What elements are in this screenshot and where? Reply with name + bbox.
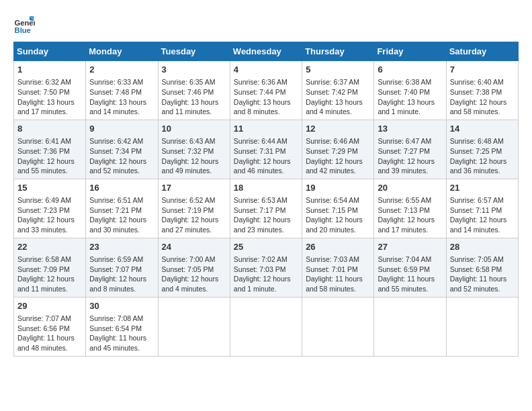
day-info-line: Daylight: 13 hours xyxy=(378,97,442,107)
calendar-week-row: 29Sunrise: 7:07 AMSunset: 6:56 PMDayligh… xyxy=(14,297,519,356)
calendar-cell: 9Sunrise: 6:42 AMSunset: 7:34 PMDaylight… xyxy=(86,120,158,179)
calendar-cell xyxy=(158,297,230,356)
day-info-line: and 30 minutes. xyxy=(89,225,154,235)
day-info-line: Sunrise: 6:59 AM xyxy=(89,255,154,265)
day-number: 25 xyxy=(234,241,298,253)
day-info-line: Daylight: 12 hours xyxy=(162,156,226,167)
day-number: 17 xyxy=(162,182,226,194)
day-number: 30 xyxy=(89,300,154,312)
day-number: 21 xyxy=(450,182,515,194)
day-info-line: Sunrise: 6:46 AM xyxy=(306,136,370,146)
day-info-line: Sunset: 7:29 PM xyxy=(306,146,370,156)
calendar-cell: 5Sunrise: 6:37 AMSunset: 7:42 PMDaylight… xyxy=(302,61,374,120)
day-info-line: Sunrise: 6:55 AM xyxy=(378,195,442,205)
day-info-line: Daylight: 12 hours xyxy=(378,215,442,225)
day-info-line: Daylight: 12 hours xyxy=(450,156,515,167)
day-info-line: Sunset: 7:03 PM xyxy=(234,265,298,275)
day-info-line: Daylight: 11 hours xyxy=(17,333,82,343)
header-thursday: Thursday xyxy=(302,42,374,61)
calendar-cell: 12Sunrise: 6:46 AMSunset: 7:29 PMDayligh… xyxy=(302,120,374,179)
calendar-cell xyxy=(230,297,302,356)
day-number: 15 xyxy=(17,182,82,194)
day-number: 18 xyxy=(234,182,298,194)
day-info-line: Daylight: 11 hours xyxy=(89,333,154,343)
day-info-line: Daylight: 13 hours xyxy=(306,97,370,107)
day-info-line: and 14 minutes. xyxy=(450,225,515,235)
calendar-cell: 1Sunrise: 6:32 AMSunset: 7:50 PMDaylight… xyxy=(14,61,86,120)
header-monday: Monday xyxy=(86,42,158,61)
day-number: 3 xyxy=(162,64,226,76)
day-number: 14 xyxy=(450,123,515,135)
logo-icon: General Blue xyxy=(13,13,35,35)
day-info-line: and 8 minutes. xyxy=(89,284,154,294)
calendar-cell: 24Sunrise: 7:00 AMSunset: 7:05 PMDayligh… xyxy=(158,238,230,297)
day-info-line: Daylight: 11 hours xyxy=(450,274,515,284)
day-info-line: Sunrise: 7:05 AM xyxy=(450,255,515,265)
day-info-line: and 39 minutes. xyxy=(378,166,442,176)
day-info-line: Sunset: 6:58 PM xyxy=(450,265,515,275)
day-info-line: Sunset: 6:54 PM xyxy=(89,324,154,334)
day-info-line: Sunrise: 7:07 AM xyxy=(17,314,82,324)
day-info-line: and 17 minutes. xyxy=(378,225,442,235)
day-number: 11 xyxy=(234,123,298,135)
calendar-cell: 15Sunrise: 6:49 AMSunset: 7:23 PMDayligh… xyxy=(14,179,86,238)
day-info-line: Sunset: 7:42 PM xyxy=(306,87,370,97)
day-info-line: Sunrise: 6:40 AM xyxy=(450,77,515,87)
day-info-line: Daylight: 12 hours xyxy=(234,156,298,167)
day-number: 5 xyxy=(306,64,370,76)
day-info-line: and 4 minutes. xyxy=(306,107,370,117)
day-info-line: Daylight: 12 hours xyxy=(89,274,154,284)
calendar-cell: 16Sunrise: 6:51 AMSunset: 7:21 PMDayligh… xyxy=(86,179,158,238)
day-number: 22 xyxy=(17,241,82,253)
calendar-cell: 30Sunrise: 7:08 AMSunset: 6:54 PMDayligh… xyxy=(86,297,158,356)
day-info-line: and 36 minutes. xyxy=(450,166,515,176)
day-info-line: and 55 minutes. xyxy=(17,166,82,176)
day-info-line: Daylight: 12 hours xyxy=(234,215,298,225)
day-info-line: Sunrise: 6:33 AM xyxy=(89,77,154,87)
day-number: 26 xyxy=(306,241,370,253)
calendar-cell: 14Sunrise: 6:48 AMSunset: 7:25 PMDayligh… xyxy=(446,120,518,179)
day-info-line: and 14 minutes. xyxy=(89,107,154,117)
calendar-cell: 6Sunrise: 6:38 AMSunset: 7:40 PMDaylight… xyxy=(374,61,446,120)
day-info-line: Sunrise: 6:48 AM xyxy=(450,136,515,146)
day-info-line: Sunrise: 6:53 AM xyxy=(234,195,298,205)
day-number: 19 xyxy=(306,182,370,194)
day-info-line: Sunset: 7:13 PM xyxy=(378,205,442,216)
header-sunday: Sunday xyxy=(14,42,86,61)
day-info-line: Sunset: 7:40 PM xyxy=(378,87,442,97)
calendar-cell: 21Sunrise: 6:57 AMSunset: 7:11 PMDayligh… xyxy=(446,179,518,238)
calendar-week-row: 1Sunrise: 6:32 AMSunset: 7:50 PMDaylight… xyxy=(14,61,519,120)
day-info-line: Sunset: 7:25 PM xyxy=(450,146,515,156)
day-info-line: Sunset: 7:21 PM xyxy=(89,205,154,216)
day-info-line: Sunset: 7:31 PM xyxy=(234,146,298,156)
day-number: 8 xyxy=(17,123,82,135)
day-number: 27 xyxy=(378,241,442,253)
day-info-line: Daylight: 12 hours xyxy=(89,215,154,225)
calendar-cell: 22Sunrise: 6:58 AMSunset: 7:09 PMDayligh… xyxy=(14,238,86,297)
day-info-line: Sunrise: 7:03 AM xyxy=(306,255,370,265)
page-header: General Blue xyxy=(13,13,519,35)
day-info-line: Daylight: 12 hours xyxy=(306,156,370,167)
calendar-cell: 27Sunrise: 7:04 AMSunset: 6:59 PMDayligh… xyxy=(374,238,446,297)
day-info-line: Sunrise: 6:36 AM xyxy=(234,77,298,87)
day-info-line: Daylight: 12 hours xyxy=(17,274,82,284)
day-info-line: Daylight: 13 hours xyxy=(89,97,154,107)
day-number: 24 xyxy=(162,241,226,253)
day-number: 29 xyxy=(17,300,82,312)
calendar-cell: 26Sunrise: 7:03 AMSunset: 7:01 PMDayligh… xyxy=(302,238,374,297)
day-info-line: Sunset: 7:05 PM xyxy=(162,265,226,275)
day-info-line: and 20 minutes. xyxy=(306,225,370,235)
day-info-line: and 17 minutes. xyxy=(17,107,82,117)
calendar-week-row: 15Sunrise: 6:49 AMSunset: 7:23 PMDayligh… xyxy=(14,179,519,238)
day-info-line: Daylight: 12 hours xyxy=(17,156,82,167)
calendar-cell: 10Sunrise: 6:43 AMSunset: 7:32 PMDayligh… xyxy=(158,120,230,179)
header-friday: Friday xyxy=(374,42,446,61)
day-number: 28 xyxy=(450,241,515,253)
day-info-line: Sunset: 7:32 PM xyxy=(162,146,226,156)
day-info-line: Sunrise: 6:32 AM xyxy=(17,77,82,87)
day-info-line: and 33 minutes. xyxy=(17,225,82,235)
day-info-line: and 49 minutes. xyxy=(162,166,226,176)
day-info-line: Sunrise: 6:35 AM xyxy=(162,77,226,87)
calendar-cell: 3Sunrise: 6:35 AMSunset: 7:46 PMDaylight… xyxy=(158,61,230,120)
day-info-line: Sunset: 7:17 PM xyxy=(234,205,298,216)
